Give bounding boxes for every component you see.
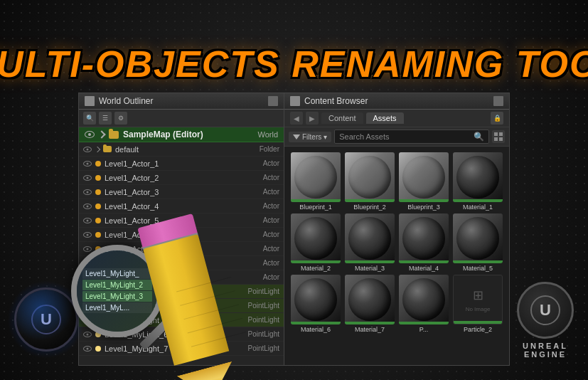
row-type: Actor: [263, 259, 279, 267]
lock-icon-btn[interactable]: 🔒: [491, 112, 503, 125]
grid-icon: [494, 132, 503, 141]
asset-thumbnail: [291, 213, 341, 263]
sphere-preview: [402, 156, 445, 199]
pencil-lines: [173, 263, 252, 366]
asset-thumbnail: [453, 213, 503, 263]
sphere-preview: [348, 278, 391, 321]
asset-thumbnail: [291, 152, 341, 202]
list-item[interactable]: Material_1: [452, 152, 503, 211]
eye-icon: [83, 232, 92, 238]
asset-type-bar: [291, 260, 341, 263]
expand-icon: [97, 130, 105, 138]
cb-close-btn[interactable]: [493, 96, 503, 106]
asset-type-bar: [399, 322, 449, 324]
asset-label: Material_4: [409, 265, 439, 272]
asset-thumbnail: [399, 213, 449, 263]
sphere-preview: [294, 217, 337, 260]
content-browser-titlebar: Content Browser: [284, 93, 509, 110]
list-item[interactable]: Blueprint_3: [398, 152, 449, 211]
tab-content[interactable]: Content: [321, 112, 363, 124]
asset-thumbnail: [291, 275, 341, 324]
asset-label: Blueprint_2: [353, 204, 386, 211]
sphere-preview: [456, 156, 499, 199]
nav-back-btn[interactable]: ◀: [290, 112, 303, 125]
table-row[interactable]: Level1_Actor_4 Actor: [79, 199, 284, 213]
asset-thumbnail: [345, 275, 395, 324]
list-item[interactable]: Blueprint_1: [290, 152, 341, 211]
asset-thumbnail: [345, 213, 395, 263]
svg-text:U: U: [41, 310, 52, 328]
list-item[interactable]: Material_2: [290, 213, 341, 272]
asset-thumbnail: [345, 152, 395, 202]
search-row: Filters ▾ Search Assets 🔍: [284, 127, 509, 147]
asset-label: Material_1: [463, 204, 493, 211]
eye-icon: [83, 175, 92, 181]
table-row[interactable]: default Folder: [79, 142, 284, 157]
header-world-label: World: [257, 130, 278, 139]
actor-dot: [95, 175, 101, 181]
search-placeholder-text: Search Assets: [339, 132, 471, 141]
asset-label: Material_5: [463, 265, 493, 272]
svg-rect-1: [499, 132, 503, 136]
list-item[interactable]: Material_6: [290, 275, 341, 333]
filter-icon-btn[interactable]: ☰: [99, 112, 112, 125]
ue-logo-circle-right: U: [517, 282, 574, 339]
eye-icon: [83, 218, 92, 223]
folder-icon: [109, 131, 119, 139]
row-type: Actor: [263, 159, 279, 167]
content-browser-window: Content Browser ◀ ▶ Content Assets 🔒 Fil…: [284, 93, 510, 366]
titlebar-grid-icon: [85, 96, 95, 106]
asset-label: Particle_2: [464, 326, 492, 333]
filters-button[interactable]: Filters ▾: [289, 132, 331, 142]
asset-type-bar: [453, 199, 503, 202]
asset-thumbnail: [399, 275, 449, 324]
row-type: Actor: [263, 174, 279, 181]
row-name: Level1_Actor_1: [105, 159, 260, 168]
search-icon-btn[interactable]: 🔍: [83, 112, 96, 125]
list-item[interactable]: Blueprint_2: [344, 152, 395, 211]
list-item[interactable]: Material_3: [344, 213, 395, 272]
asset-thumbnail: ⊞ No Image: [453, 275, 503, 324]
list-item[interactable]: ⊞ No Image Particle_2: [452, 275, 503, 333]
world-outliner-title: World Outliner: [99, 96, 153, 106]
row-type: Actor: [263, 202, 279, 210]
svg-text:U: U: [540, 301, 551, 319]
filter-chevron-icon: ▾: [324, 133, 327, 141]
nav-forward-btn[interactable]: ▶: [306, 112, 319, 125]
no-image-text: No Image: [466, 306, 491, 312]
outliner-header-row: SampleMap (Editor) World: [79, 127, 284, 142]
titlebar-close-btn[interactable]: [268, 96, 278, 106]
search-bar[interactable]: Search Assets 🔍: [334, 130, 489, 144]
settings-icon-btn[interactable]: ⚙: [114, 112, 127, 125]
asset-type-bar: [345, 260, 395, 263]
pencil-line: [183, 304, 239, 320]
pencil-line: [188, 318, 243, 334]
sphere-preview: [456, 217, 499, 260]
ue-symbol-right: U: [528, 292, 563, 328]
sphere-preview: [402, 278, 445, 321]
asset-label: Blueprint_1: [299, 204, 332, 211]
sphere-preview: [348, 217, 391, 260]
header-map-name: SampleMap (Editor): [123, 130, 253, 139]
list-item[interactable]: Material_4: [398, 213, 449, 272]
filter-funnel-icon: [293, 134, 300, 139]
content-browser-title: Content Browser: [304, 96, 368, 106]
asset-label: Blueprint_3: [407, 204, 440, 211]
sphere-preview: [294, 156, 337, 199]
list-item[interactable]: Material_5: [452, 213, 503, 272]
list-item[interactable]: Material_7: [344, 275, 395, 333]
table-row[interactable]: Level1_Actor_1 Actor: [79, 157, 284, 171]
search-magnifier-icon: 🔍: [474, 132, 484, 142]
asset-type-bar: [454, 321, 502, 324]
table-row[interactable]: Level1_Actor_3 Actor: [79, 185, 284, 199]
list-item[interactable]: P...: [398, 275, 449, 333]
asset-label: Material_6: [301, 326, 331, 333]
pencil-line: [176, 277, 232, 292]
filters-label: Filters: [302, 133, 321, 141]
grid-view-btn[interactable]: [492, 130, 505, 143]
pencil-body: [143, 234, 229, 366]
pencil-line: [191, 332, 247, 347]
eye-icon: [83, 204, 92, 209]
table-row[interactable]: Level1_Actor_2 Actor: [79, 171, 284, 185]
tab-assets[interactable]: Assets: [366, 112, 404, 124]
